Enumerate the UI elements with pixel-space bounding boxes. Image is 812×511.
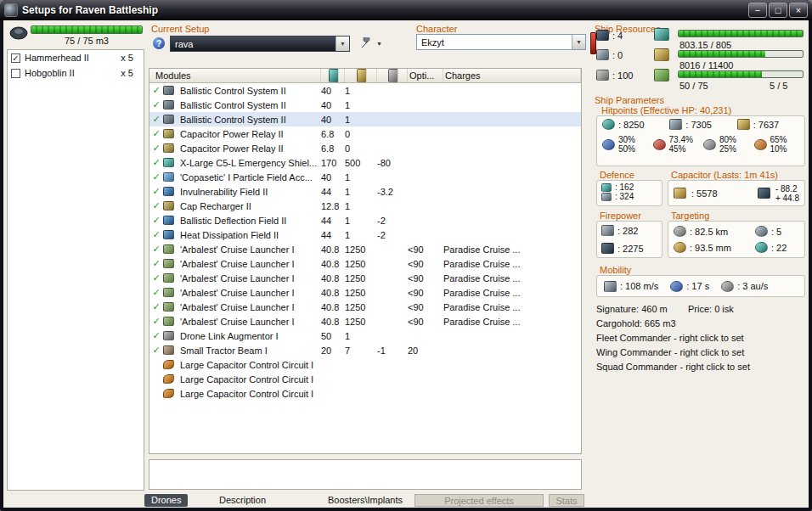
drone-bandwidth-icon — [654, 69, 669, 81]
module-icon — [163, 374, 174, 384]
wing-commander-label[interactable]: Wing Commander - right click to set — [596, 347, 744, 357]
structure-hp-icon — [737, 119, 750, 130]
module-row[interactable]: ✓'Arbalest' Cruise Launcher I40.81250<90… — [149, 300, 581, 314]
module-info-box[interactable] — [149, 459, 582, 490]
module-cpu: 40.8 — [321, 244, 345, 255]
module-row[interactable]: ✓Cap Recharger II12.81 — [149, 199, 581, 213]
module-fitted-check-icon: ✓ — [149, 186, 163, 197]
help-icon[interactable]: ? — [153, 37, 165, 49]
module-row[interactable]: Large Capacitor Control Circuit I — [149, 386, 581, 401]
max-velocity-icon — [604, 281, 617, 292]
module-icon — [163, 288, 174, 297]
align-time-icon — [670, 281, 683, 292]
armor-hp-value: : 7305 — [685, 120, 712, 130]
drone-checkbox[interactable]: ✓ — [11, 53, 20, 63]
close-button[interactable]: × — [789, 3, 808, 18]
drone-qty: x 5 — [121, 68, 133, 78]
explosive-resist-shield: 65% — [770, 135, 787, 144]
cpu-bar-fill — [679, 31, 803, 36]
module-row[interactable]: ✓'Arbalest' Cruise Launcher I40.81250<90… — [149, 242, 581, 256]
thermal-resist-icon — [653, 139, 666, 150]
squad-commander-label[interactable]: Squad Commander - right click to set — [596, 362, 750, 372]
targeting-range-value: : 82.5 km — [690, 227, 728, 237]
module-icon — [163, 273, 174, 283]
setup-combobox-value: rava — [175, 39, 193, 49]
module-row[interactable]: ✓'Arbalest' Cruise Launcher I40.81250<90… — [149, 314, 581, 328]
cpu-usage-label: 803.15 / 805 — [679, 40, 731, 50]
module-cpu: 44 — [321, 230, 345, 240]
module-cap-use: -1 — [377, 345, 408, 356]
turret-hardpoints-value: : 4 — [612, 31, 623, 41]
module-row[interactable]: Large Capacitor Control Circuit I — [149, 372, 581, 386]
module-row[interactable]: ✓'Copasetic' I Particle Field Acc...401 — [149, 170, 581, 184]
module-row[interactable]: ✓'Arbalest' Cruise Launcher I40.81250<90… — [149, 256, 581, 271]
module-fitted-check-icon: ✓ — [149, 258, 163, 269]
passive-defence-value: : 324 — [615, 192, 634, 201]
module-row[interactable]: ✓Ballistic Control System II401 — [149, 83, 581, 98]
module-row[interactable]: ✓Invulnerability Field II441-3.2 — [149, 184, 581, 199]
drone-list[interactable]: ✓Hammerhead IIx 5Hobgoblin IIx 5 — [7, 49, 144, 491]
module-row[interactable]: ✓Small Tractor Beam I207-120 — [149, 343, 581, 357]
module-name: Large Capacitor Control Circuit I — [180, 360, 321, 370]
setup-combobox[interactable]: rava ▼ — [170, 36, 350, 52]
module-fitted-check-icon: ✓ — [149, 99, 163, 110]
module-row[interactable]: ✓'Arbalest' Cruise Launcher I40.81250<90… — [149, 285, 581, 300]
armor-hp-icon — [669, 119, 682, 130]
module-fitted-check-icon: ✓ — [149, 330, 163, 341]
setup-tools-button[interactable]: ▼ — [357, 36, 385, 52]
module-fitted-check-icon: ✓ — [149, 157, 163, 168]
module-charges: Paradise Cruise ... — [443, 259, 581, 269]
module-row[interactable]: ✓Ballistic Control System II401 — [149, 112, 581, 126]
module-row[interactable]: ✓'Arbalest' Cruise Launcher I40.81250<90… — [149, 271, 581, 285]
drone-name: Hammerhead II — [25, 53, 116, 63]
module-powergrid: 0 — [345, 129, 377, 139]
defence-box: : 162 : 324 — [596, 180, 663, 206]
module-fitted-check-icon: ✓ — [149, 128, 163, 139]
character-combobox-arrow-icon[interactable]: ▼ — [572, 35, 585, 49]
module-icon — [163, 129, 174, 138]
titlebar[interactable]: Setups for Raven Battleship − □ × — [0, 0, 812, 20]
fleet-commander-label[interactable]: Fleet Commander - right click to set — [596, 333, 744, 343]
character-combobox[interactable]: Ekzyt ▼ — [416, 34, 586, 50]
module-row[interactable]: ✓Heat Dissipation Field II441-2 — [149, 227, 581, 242]
module-powergrid: 1250 — [345, 259, 377, 269]
drone-bandwidth-label: 50 / 75 — [679, 81, 708, 91]
module-row[interactable]: ✓X-Large C5-L Emergency Shiel...170500-8… — [149, 155, 581, 170]
launcher-hardpoint-icon — [596, 49, 609, 60]
drone-list-item[interactable]: Hobgoblin IIx 5 — [8, 65, 144, 81]
module-row[interactable]: ✓Capacitor Power Relay II6.80 — [149, 126, 581, 141]
tab-stats[interactable]: Stats — [549, 494, 584, 507]
explosive-resist-armor: 10% — [770, 144, 787, 154]
module-powergrid: 1250 — [345, 288, 377, 298]
minimize-button[interactable]: − — [748, 3, 767, 18]
defence-label: Defence — [600, 170, 634, 180]
tab-boosters-implants[interactable]: Boosters\Implants — [328, 494, 403, 507]
drone-capacity-bar — [31, 25, 143, 34]
signature-label: Signature: 460 m — [596, 304, 668, 314]
maximize-button[interactable]: □ — [769, 3, 787, 18]
module-row[interactable]: ✓Ballistic Control System II401 — [149, 98, 581, 112]
drone-checkbox[interactable] — [11, 69, 20, 78]
tab-description[interactable]: Description — [219, 494, 266, 507]
character-status-bar — [590, 32, 596, 54]
module-row[interactable]: ✓Drone Link Augmentor I501 — [149, 328, 581, 343]
module-rows: ✓Ballistic Control System II401✓Ballisti… — [149, 83, 581, 401]
setup-combobox-arrow-icon[interactable]: ▼ — [336, 36, 349, 51]
tab-projected-effects[interactable]: Projected effects — [414, 494, 544, 507]
drone-list-item[interactable]: ✓Hammerhead IIx 5 — [8, 50, 144, 65]
module-optimal: <90 — [408, 288, 443, 298]
module-name: Ballistic Control System II — [180, 100, 321, 110]
module-row[interactable]: ✓Ballistic Deflection Field II441-2 — [149, 213, 581, 227]
module-icon — [163, 158, 174, 167]
module-optimal: <90 — [408, 302, 443, 312]
module-row[interactable]: ✓Capacitor Power Relay II6.80 — [149, 141, 581, 155]
module-charges: Paradise Cruise ... — [443, 317, 581, 327]
em-resist-armor: 50% — [618, 144, 635, 154]
tab-drones[interactable]: Drones — [144, 494, 188, 507]
character-label: Character — [416, 24, 457, 34]
window-title: Setups for Raven Battleship — [22, 4, 158, 16]
module-row[interactable]: Large Capacitor Control Circuit I — [149, 357, 581, 372]
module-cpu: 50 — [321, 331, 345, 341]
module-fitted-check-icon: ✓ — [149, 272, 163, 284]
em-resist-icon — [602, 139, 615, 150]
